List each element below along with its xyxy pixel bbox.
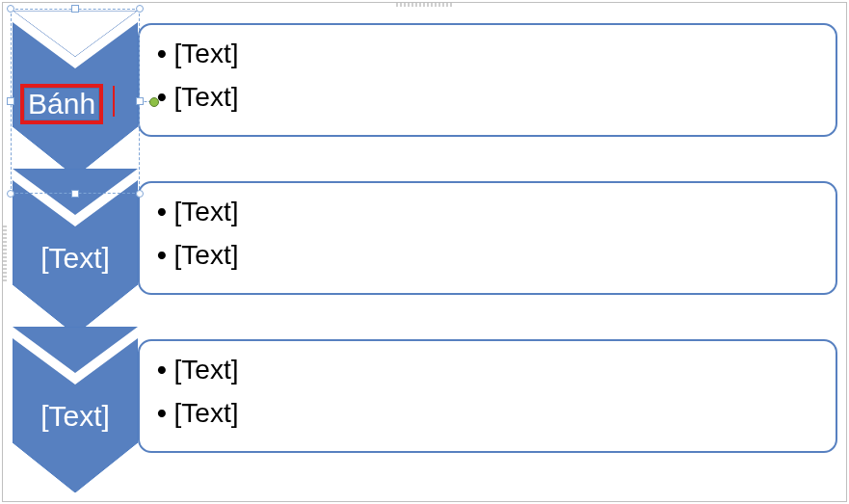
bullet-item[interactable]: [Text]	[157, 392, 818, 436]
text-card[interactable]: [Text] [Text]	[138, 181, 837, 295]
text-card[interactable]: [Text] [Text]	[138, 23, 837, 137]
resize-handle-e[interactable]	[136, 97, 144, 105]
smartart-row: Bánh [Text] [Text]	[13, 11, 839, 160]
resize-handle-n[interactable]	[71, 5, 79, 13]
canvas-grip-left	[3, 224, 7, 281]
resize-handle-ne[interactable]	[136, 5, 144, 13]
resize-handle-sw[interactable]	[7, 190, 14, 198]
chevron-label[interactable]: Bánh	[20, 84, 103, 124]
chevron-label[interactable]: [Text]	[13, 242, 138, 275]
resize-handle-se[interactable]	[136, 190, 144, 198]
chevron-label[interactable]: [Text]	[13, 400, 138, 433]
rotate-handle[interactable]	[149, 97, 159, 107]
text-card[interactable]: [Text] [Text]	[138, 339, 837, 453]
resize-handle-s[interactable]	[71, 190, 79, 198]
smartart-canvas[interactable]: Bánh [Text] [Text] [Text] [Text] [Text]	[2, 2, 847, 502]
chevron-shape[interactable]: Bánh	[13, 11, 138, 174]
bullet-item[interactable]: [Text]	[157, 33, 818, 76]
chevron-shape[interactable]: [Text]	[13, 327, 138, 491]
resize-handle-nw[interactable]	[7, 5, 14, 13]
smartart-row: [Text] [Text] [Text]	[13, 327, 839, 476]
bullet-item[interactable]: [Text]	[157, 191, 818, 234]
bullet-item[interactable]: [Text]	[157, 234, 818, 278]
text-caret	[113, 86, 115, 117]
resize-handle-w[interactable]	[7, 97, 14, 105]
bullet-item[interactable]: [Text]	[157, 349, 818, 392]
bullet-item[interactable]: [Text]	[157, 76, 818, 119]
canvas-grip-top	[396, 3, 454, 7]
